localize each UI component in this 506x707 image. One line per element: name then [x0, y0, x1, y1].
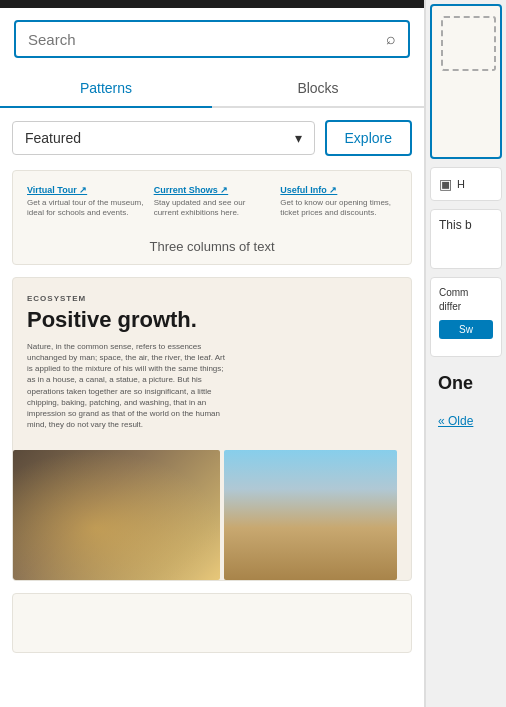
chevron-down-icon: ▾: [295, 130, 302, 146]
right-comm-text: Comm differ: [439, 286, 493, 314]
pattern-card-growth[interactable]: ECOSYSTEM Positive growth. Nature, in th…: [12, 277, 412, 582]
three-col-card: Virtual Tour ↗ Get a virtual tour of the…: [13, 171, 411, 233]
growth-images: [13, 450, 411, 580]
left-panel: ⌕ Patterns Blocks Featured ▾ Explore Vir…: [0, 0, 425, 707]
col-text-2: Get to know our opening times, ticket pr…: [280, 198, 397, 219]
right-block-widget[interactable]: ▣ H: [430, 167, 502, 201]
right-one-heading: One: [430, 365, 502, 402]
block-widget-icon: ▣: [439, 176, 452, 192]
right-comm-block: Comm differ Sw: [430, 277, 502, 357]
tabs-row: Patterns Blocks: [0, 70, 424, 108]
top-bar: [0, 0, 424, 8]
growth-image-forest: [13, 450, 220, 580]
right-comm-button[interactable]: Sw: [439, 320, 493, 339]
right-top-dashed-box: [441, 16, 496, 71]
col-title-0: Virtual Tour ↗: [27, 185, 144, 195]
col-title-2: Useful Info ↗: [280, 185, 397, 195]
growth-inner: ECOSYSTEM Positive growth. Nature, in th…: [13, 278, 411, 441]
right-block-label: H: [457, 178, 465, 190]
three-col-inner: Virtual Tour ↗ Get a virtual tour of the…: [27, 185, 397, 219]
right-older-link[interactable]: « Olde: [430, 410, 502, 432]
right-this-label: This b: [439, 218, 472, 232]
pattern-card-bottom-partial[interactable]: [12, 593, 412, 653]
growth-text: Nature, in the common sense, refers to e…: [27, 341, 231, 431]
col-title-1: Current Shows ↗: [154, 185, 271, 195]
pattern-card-three-columns[interactable]: Virtual Tour ↗ Get a virtual tour of the…: [12, 170, 412, 265]
tab-blocks[interactable]: Blocks: [212, 70, 424, 108]
growth-image-windmill: [224, 450, 397, 580]
explore-button[interactable]: Explore: [325, 120, 412, 156]
col-item-2: Useful Info ↗ Get to know our opening ti…: [280, 185, 397, 219]
card-label-three-columns: Three columns of text: [13, 233, 411, 264]
panel-content: Featured ▾ Explore Virtual Tour ↗ Get a …: [0, 108, 424, 707]
growth-title: Positive growth.: [27, 307, 397, 333]
right-this-block[interactable]: This b: [430, 209, 502, 269]
filter-select[interactable]: Featured ▾: [12, 121, 315, 155]
search-input[interactable]: [28, 31, 386, 48]
col-item-1: Current Shows ↗ Stay updated and see our…: [154, 185, 271, 219]
ecosystem-label: ECOSYSTEM: [27, 294, 397, 303]
col-text-0: Get a virtual tour of the museum, ideal …: [27, 198, 144, 219]
filter-row: Featured ▾ Explore: [12, 120, 412, 156]
search-icon[interactable]: ⌕: [386, 30, 396, 48]
search-box: ⌕: [14, 20, 410, 58]
tab-patterns[interactable]: Patterns: [0, 70, 212, 108]
search-container: ⌕: [0, 8, 424, 70]
right-panel: ▣ H This b Comm differ Sw One « Olde: [425, 0, 506, 707]
col-text-1: Stay updated and see our current exhibit…: [154, 198, 271, 219]
filter-selected-label: Featured: [25, 130, 81, 146]
col-item-0: Virtual Tour ↗ Get a virtual tour of the…: [27, 185, 144, 219]
right-top-preview: [430, 4, 502, 159]
